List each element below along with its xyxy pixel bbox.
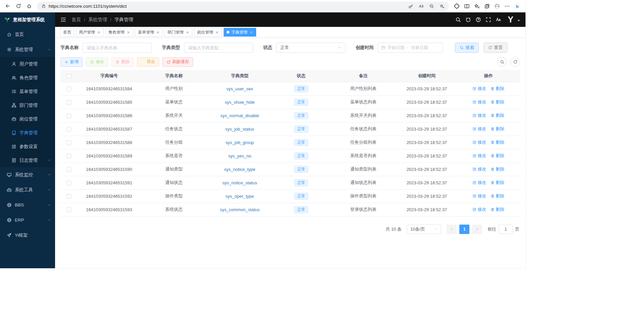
tab-3[interactable]: 菜单管理 — [135, 28, 163, 37]
sidebar-item-6[interactable]: Yi框架 — [0, 228, 55, 243]
tab-close-icon[interactable] — [156, 31, 160, 34]
password-key-icon[interactable] — [408, 4, 413, 9]
fullscreen-icon[interactable] — [486, 17, 491, 22]
bing-chat-button[interactable]: b — [512, 1, 522, 11]
row-delete-link[interactable]: 删除 — [491, 193, 504, 199]
row-edit-link[interactable]: 修改 — [472, 206, 486, 213]
toolbar-button-0[interactable]: 新增 — [60, 57, 83, 67]
page-size-select[interactable]: 10条/页 — [407, 225, 441, 234]
breadcrumb-item[interactable]: 系统管理 — [88, 17, 107, 23]
toolbar-button-4[interactable]: 刷新缓存 — [163, 57, 193, 67]
dict-type-link[interactable]: sys_yes_no — [228, 153, 251, 158]
row-edit-link[interactable]: 修改 — [472, 193, 486, 199]
row-edit-link[interactable]: 修改 — [472, 126, 486, 132]
help-icon[interactable] — [475, 17, 481, 22]
dict-type-link[interactable]: sys_normal_disable — [221, 113, 259, 118]
row-delete-link[interactable]: 删除 — [491, 99, 504, 105]
tab-close-icon[interactable] — [97, 31, 101, 34]
toggle-search-button[interactable] — [497, 57, 507, 67]
current-page[interactable]: 1 — [459, 225, 469, 234]
row-edit-link[interactable]: 修改 — [472, 180, 486, 186]
sidebar-item-5[interactable]: ERP — [0, 213, 55, 228]
goto-page-input[interactable] — [499, 225, 513, 234]
column-header[interactable]: 字典名称 — [141, 70, 207, 82]
header-search-icon[interactable] — [455, 17, 461, 22]
tab-close-icon[interactable] — [249, 31, 253, 34]
caret-down-icon[interactable] — [517, 20, 520, 23]
row-delete-link[interactable]: 删除 — [491, 112, 504, 119]
dict-type-link[interactable]: sys_oper_type — [226, 194, 254, 199]
user-avatar[interactable]: Y — [508, 15, 513, 24]
row-edit-link[interactable]: 修改 — [472, 86, 486, 92]
row-delete-link[interactable]: 删除 — [491, 86, 504, 92]
dict-type-link[interactable]: sys_user_sex — [226, 86, 253, 91]
row-checkbox[interactable] — [66, 100, 71, 105]
column-header[interactable]: 创建时间 — [397, 70, 457, 82]
sidebar-item-4[interactable]: BBS — [0, 197, 55, 213]
dict-type-link[interactable]: sys_notice_status — [222, 180, 257, 185]
toolbar-button-1[interactable]: 修改 — [86, 57, 108, 67]
profile-button[interactable] — [492, 1, 502, 11]
column-header[interactable]: 备注 — [330, 70, 397, 82]
refresh-table-button[interactable] — [510, 57, 520, 67]
browser-home-button[interactable] — [24, 1, 34, 11]
sidebar-item-3[interactable]: 系统工具 — [0, 182, 55, 197]
column-header[interactable]: 操作 — [457, 70, 520, 82]
next-page-button[interactable] — [472, 225, 482, 234]
dict-type-input[interactable] — [184, 43, 253, 53]
sidebar-subitem-1-2[interactable]: 菜单管理 — [0, 85, 55, 98]
reset-button[interactable]: 重置 — [484, 43, 507, 53]
sidebar-fold-button[interactable] — [60, 17, 66, 22]
row-edit-link[interactable]: 修改 — [472, 153, 486, 159]
toolbar-button-3[interactable]: 导出 — [137, 57, 159, 67]
zoom-out-icon[interactable] — [429, 4, 434, 9]
tab-4[interactable]: 部门管理 — [165, 28, 192, 37]
row-checkbox[interactable] — [66, 194, 71, 199]
sidebar-item-1[interactable]: 系统管理 — [0, 42, 55, 57]
row-checkbox[interactable] — [66, 140, 71, 145]
select-all-checkbox[interactable] — [66, 74, 71, 79]
row-checkbox[interactable] — [66, 113, 71, 118]
dict-type-link[interactable]: sys_show_hide — [225, 100, 255, 105]
row-checkbox[interactable] — [66, 167, 71, 172]
browser-menu-button[interactable] — [502, 1, 512, 11]
column-header[interactable]: 状态 — [273, 70, 330, 82]
toolbar-button-2[interactable]: 删除 — [111, 57, 134, 67]
browser-refresh-button[interactable] — [13, 1, 24, 11]
tab-close-icon[interactable] — [215, 31, 219, 34]
tab-close-icon[interactable] — [127, 31, 130, 34]
dict-type-link[interactable]: sys_job_status — [225, 127, 254, 132]
collections-button[interactable] — [482, 1, 492, 11]
row-edit-link[interactable]: 修改 — [472, 99, 486, 105]
row-edit-link[interactable]: 修改 — [472, 139, 486, 145]
dict-type-link[interactable]: sys_job_group — [226, 140, 254, 145]
sidebar-subitem-1-4[interactable]: 岗位管理 — [0, 112, 55, 126]
row-delete-link[interactable]: 删除 — [491, 180, 504, 186]
row-checkbox[interactable] — [66, 207, 71, 212]
browser-back-button[interactable] — [3, 1, 13, 11]
status-select[interactable]: 正常 — [276, 43, 346, 53]
tab-0[interactable]: 首页 — [60, 28, 74, 37]
tab-1[interactable]: 用户管理 — [76, 28, 104, 37]
address-bar[interactable]: https://ccnetcore.com:1101/system/dict — [37, 2, 449, 11]
row-edit-link[interactable]: 修改 — [472, 112, 486, 119]
prev-page-button[interactable] — [447, 225, 457, 234]
tab-5[interactable]: 岗位管理 — [194, 28, 222, 37]
tab-close-icon[interactable] — [186, 31, 189, 34]
dict-name-input[interactable] — [83, 43, 152, 53]
row-checkbox[interactable] — [66, 154, 71, 158]
row-checkbox[interactable] — [66, 181, 71, 185]
row-delete-link[interactable]: 删除 — [491, 166, 504, 172]
row-checkbox[interactable] — [66, 87, 71, 91]
split-screen-button[interactable] — [462, 1, 472, 11]
sidebar-subitem-1-7[interactable]: 日志管理 — [0, 153, 55, 167]
column-header[interactable]: 字典类型 — [207, 70, 273, 82]
add-favorite-icon[interactable] — [440, 4, 445, 9]
column-header[interactable]: 字典编号 — [77, 70, 141, 82]
search-button[interactable]: 搜索 — [455, 43, 479, 53]
sidebar-subitem-1-3[interactable]: 部门管理 — [0, 98, 55, 112]
extensions-button[interactable] — [452, 1, 462, 11]
github-icon[interactable] — [465, 17, 471, 22]
sidebar-item-0[interactable]: 首页 — [0, 27, 55, 42]
row-delete-link[interactable]: 删除 — [491, 126, 504, 132]
